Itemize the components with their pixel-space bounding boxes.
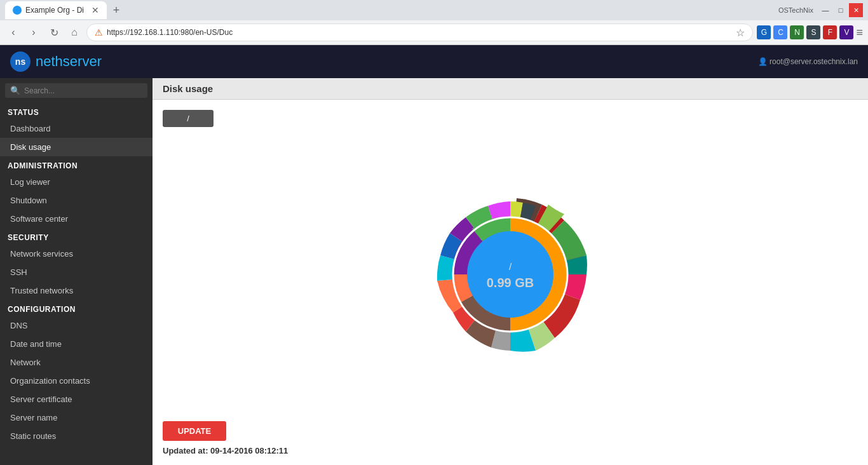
logo-ns-text: ns	[15, 57, 25, 67]
new-tab-button[interactable]: +	[109, 3, 123, 17]
sidebar-section-administration: Administration	[0, 156, 153, 173]
logo-text: nethserver	[36, 53, 102, 70]
sidebar-item-date-time[interactable]: Date and time	[0, 335, 153, 353]
sidebar-item-software-center[interactable]: Software center	[0, 210, 153, 228]
sidebar-item-server-certificate[interactable]: Server certificate	[0, 390, 153, 408]
reload-button[interactable]: ↻	[46, 24, 62, 41]
tab-title: Example Org - Di	[25, 6, 84, 15]
window-label: OSTechNix	[778, 6, 813, 14]
home-button[interactable]: ⌂	[66, 24, 83, 41]
username: root@server.ostechnix.lan	[770, 57, 858, 66]
ext-icon-1[interactable]: G	[757, 25, 771, 39]
tab-favicon	[13, 6, 22, 15]
search-input[interactable]	[24, 86, 142, 95]
updated-at-text: Updated at: 09-14-2016 08:12:11	[163, 446, 858, 455]
window-controls: OSTechNix — □ ✕	[778, 3, 863, 17]
browser-chrome: Example Org - Di ✕ + OSTechNix — □ ✕ ‹ ›…	[0, 0, 868, 45]
sidebar-item-network-services[interactable]: Network services	[0, 245, 153, 263]
sidebar-item-network[interactable]: Network	[0, 353, 153, 372]
sidebar-item-ssh[interactable]: SSH	[0, 263, 153, 281]
ext-icon-2[interactable]: C	[773, 25, 787, 39]
url-bar[interactable]: ⚠ https://192.168.1.110:980/en-US/Duc ☆	[86, 24, 753, 41]
sidebar-section-configuration: Configuration	[0, 300, 153, 316]
security-warning-icon: ⚠	[95, 27, 103, 37]
update-button[interactable]: UPDATE	[163, 421, 226, 441]
path-button[interactable]: /	[163, 110, 214, 127]
browser-extensions: G C N S F V ≡	[757, 25, 863, 39]
sidebar-item-shutdown[interactable]: Shutdown	[0, 191, 153, 210]
logo-neth: neth	[36, 53, 63, 69]
ext-icon-6[interactable]: V	[839, 25, 853, 39]
search-icon: 🔍	[10, 86, 20, 95]
content-body: / / 0.99 GB	[153, 100, 868, 465]
sidebar-section-security: Security	[0, 228, 153, 245]
tab-bar: Example Org - Di ✕ + OSTechNix — □ ✕	[0, 0, 868, 20]
chart-container: / 0.99 GB	[163, 133, 858, 415]
update-section: UPDATE	[163, 415, 858, 441]
forward-button[interactable]: ›	[25, 24, 42, 41]
browser-tab[interactable]: Example Org - Di ✕	[5, 1, 107, 19]
sidebar: 🔍 Status Dashboard Disk usage Administra…	[0, 78, 153, 465]
sidebar-item-static-routes[interactable]: Static routes	[0, 427, 153, 445]
ext-icon-3[interactable]: N	[790, 25, 804, 39]
maximize-button[interactable]: □	[834, 3, 848, 17]
center-blue	[467, 231, 553, 318]
content-area: Disk usage / / 0.99 GB	[153, 78, 868, 465]
ext-icon-4[interactable]: S	[806, 25, 820, 39]
sidebar-item-disk-usage[interactable]: Disk usage	[0, 138, 153, 156]
url-text: https://192.168.1.110:980/en-US/Duc	[107, 28, 233, 37]
logo-icon: ns	[10, 51, 31, 72]
sidebar-item-log-viewer[interactable]: Log viewer	[0, 173, 153, 191]
logo-server: server	[63, 53, 102, 69]
sidebar-item-trusted-networks[interactable]: Trusted networks	[0, 281, 153, 300]
address-bar: ‹ › ↻ ⌂ ⚠ https://192.168.1.110:980/en-U…	[0, 20, 868, 44]
app-logo: ns nethserver	[10, 51, 102, 72]
sidebar-item-dns[interactable]: DNS	[0, 316, 153, 335]
sidebar-item-server-name[interactable]: Server name	[0, 408, 153, 427]
search-container: 🔍	[5, 83, 147, 98]
ext-icon-5[interactable]: F	[823, 25, 837, 39]
sidebar-section-status: Status	[0, 103, 153, 119]
extensions-menu-button[interactable]: ≡	[856, 26, 863, 39]
disk-usage-chart: / 0.99 GB	[377, 154, 644, 395]
chart-gb-label: 0.99 GB	[487, 276, 534, 290]
app-header: ns nethserver 👤 root@server.ostechnix.la…	[0, 45, 868, 78]
user-icon: 👤	[758, 57, 768, 66]
sidebar-item-org-contacts[interactable]: Organization contacts	[0, 372, 153, 390]
back-button[interactable]: ‹	[5, 24, 22, 41]
close-window-button[interactable]: ✕	[849, 3, 863, 17]
sidebar-item-dashboard[interactable]: Dashboard	[0, 119, 153, 138]
content-title: Disk usage	[153, 78, 868, 100]
bookmark-icon[interactable]: ☆	[736, 27, 745, 39]
tab-close-button[interactable]: ✕	[92, 5, 99, 15]
user-info: 👤 root@server.ostechnix.lan	[758, 57, 858, 66]
main-layout: 🔍 Status Dashboard Disk usage Administra…	[0, 78, 868, 465]
minimize-button[interactable]: —	[818, 3, 832, 17]
